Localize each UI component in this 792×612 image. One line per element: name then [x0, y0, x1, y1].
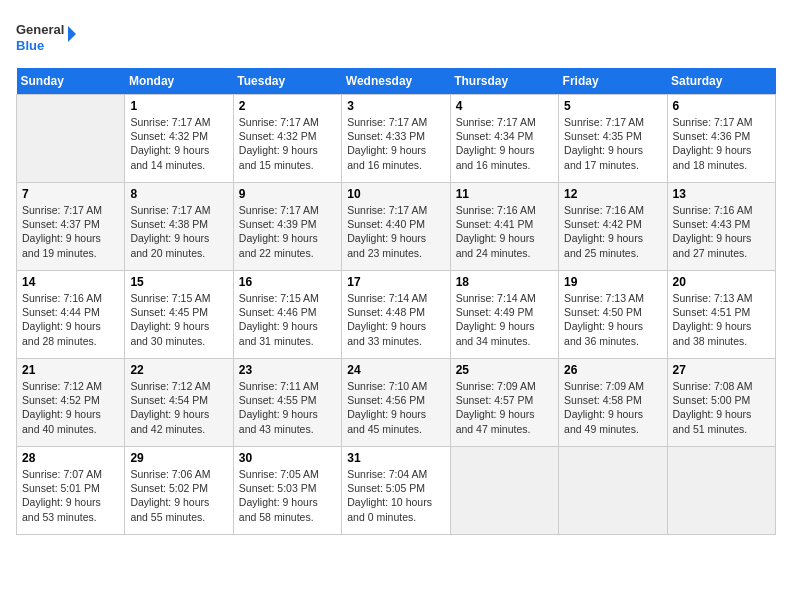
week-row-4: 21Sunrise: 7:12 AMSunset: 4:52 PMDayligh… — [17, 359, 776, 447]
day-info: Sunrise: 7:11 AMSunset: 4:55 PMDaylight:… — [239, 379, 336, 436]
calendar-cell: 26Sunrise: 7:09 AMSunset: 4:58 PMDayligh… — [559, 359, 667, 447]
day-number: 21 — [22, 363, 119, 377]
calendar-cell: 8Sunrise: 7:17 AMSunset: 4:38 PMDaylight… — [125, 183, 233, 271]
calendar-cell: 28Sunrise: 7:07 AMSunset: 5:01 PMDayligh… — [17, 447, 125, 535]
calendar-cell: 30Sunrise: 7:05 AMSunset: 5:03 PMDayligh… — [233, 447, 341, 535]
day-number: 25 — [456, 363, 553, 377]
day-info: Sunrise: 7:17 AMSunset: 4:37 PMDaylight:… — [22, 203, 119, 260]
day-header-monday: Monday — [125, 68, 233, 95]
day-number: 29 — [130, 451, 227, 465]
calendar-cell: 29Sunrise: 7:06 AMSunset: 5:02 PMDayligh… — [125, 447, 233, 535]
day-info: Sunrise: 7:09 AMSunset: 4:57 PMDaylight:… — [456, 379, 553, 436]
calendar-cell — [17, 95, 125, 183]
day-info: Sunrise: 7:14 AMSunset: 4:48 PMDaylight:… — [347, 291, 444, 348]
calendar-cell: 16Sunrise: 7:15 AMSunset: 4:46 PMDayligh… — [233, 271, 341, 359]
day-info: Sunrise: 7:09 AMSunset: 4:58 PMDaylight:… — [564, 379, 661, 436]
calendar-cell — [450, 447, 558, 535]
day-info: Sunrise: 7:16 AMSunset: 4:41 PMDaylight:… — [456, 203, 553, 260]
days-header-row: SundayMondayTuesdayWednesdayThursdayFrid… — [17, 68, 776, 95]
day-info: Sunrise: 7:17 AMSunset: 4:38 PMDaylight:… — [130, 203, 227, 260]
day-info: Sunrise: 7:17 AMSunset: 4:32 PMDaylight:… — [239, 115, 336, 172]
day-number: 19 — [564, 275, 661, 289]
calendar-cell: 12Sunrise: 7:16 AMSunset: 4:42 PMDayligh… — [559, 183, 667, 271]
day-number: 10 — [347, 187, 444, 201]
day-number: 2 — [239, 99, 336, 113]
calendar-cell: 13Sunrise: 7:16 AMSunset: 4:43 PMDayligh… — [667, 183, 775, 271]
day-info: Sunrise: 7:17 AMSunset: 4:39 PMDaylight:… — [239, 203, 336, 260]
day-header-sunday: Sunday — [17, 68, 125, 95]
day-number: 17 — [347, 275, 444, 289]
day-header-saturday: Saturday — [667, 68, 775, 95]
calendar-cell: 5Sunrise: 7:17 AMSunset: 4:35 PMDaylight… — [559, 95, 667, 183]
day-number: 13 — [673, 187, 770, 201]
calendar-cell: 4Sunrise: 7:17 AMSunset: 4:34 PMDaylight… — [450, 95, 558, 183]
day-info: Sunrise: 7:17 AMSunset: 4:32 PMDaylight:… — [130, 115, 227, 172]
day-number: 18 — [456, 275, 553, 289]
calendar-cell: 6Sunrise: 7:17 AMSunset: 4:36 PMDaylight… — [667, 95, 775, 183]
day-info: Sunrise: 7:06 AMSunset: 5:02 PMDaylight:… — [130, 467, 227, 524]
calendar-cell: 25Sunrise: 7:09 AMSunset: 4:57 PMDayligh… — [450, 359, 558, 447]
calendar-cell: 7Sunrise: 7:17 AMSunset: 4:37 PMDaylight… — [17, 183, 125, 271]
day-number: 3 — [347, 99, 444, 113]
day-info: Sunrise: 7:17 AMSunset: 4:34 PMDaylight:… — [456, 115, 553, 172]
calendar-cell: 1Sunrise: 7:17 AMSunset: 4:32 PMDaylight… — [125, 95, 233, 183]
day-header-thursday: Thursday — [450, 68, 558, 95]
calendar-cell: 3Sunrise: 7:17 AMSunset: 4:33 PMDaylight… — [342, 95, 450, 183]
day-number: 12 — [564, 187, 661, 201]
day-info: Sunrise: 7:13 AMSunset: 4:51 PMDaylight:… — [673, 291, 770, 348]
day-info: Sunrise: 7:16 AMSunset: 4:43 PMDaylight:… — [673, 203, 770, 260]
calendar-cell: 23Sunrise: 7:11 AMSunset: 4:55 PMDayligh… — [233, 359, 341, 447]
svg-text:General: General — [16, 22, 64, 37]
day-number: 15 — [130, 275, 227, 289]
day-number: 4 — [456, 99, 553, 113]
day-number: 14 — [22, 275, 119, 289]
calendar-cell: 31Sunrise: 7:04 AMSunset: 5:05 PMDayligh… — [342, 447, 450, 535]
day-info: Sunrise: 7:10 AMSunset: 4:56 PMDaylight:… — [347, 379, 444, 436]
day-number: 20 — [673, 275, 770, 289]
day-info: Sunrise: 7:13 AMSunset: 4:50 PMDaylight:… — [564, 291, 661, 348]
svg-text:Blue: Blue — [16, 38, 44, 53]
day-number: 5 — [564, 99, 661, 113]
day-info: Sunrise: 7:15 AMSunset: 4:45 PMDaylight:… — [130, 291, 227, 348]
calendar-cell: 20Sunrise: 7:13 AMSunset: 4:51 PMDayligh… — [667, 271, 775, 359]
day-info: Sunrise: 7:17 AMSunset: 4:33 PMDaylight:… — [347, 115, 444, 172]
day-number: 16 — [239, 275, 336, 289]
calendar-cell: 19Sunrise: 7:13 AMSunset: 4:50 PMDayligh… — [559, 271, 667, 359]
day-info: Sunrise: 7:12 AMSunset: 4:52 PMDaylight:… — [22, 379, 119, 436]
calendar-cell: 15Sunrise: 7:15 AMSunset: 4:45 PMDayligh… — [125, 271, 233, 359]
day-info: Sunrise: 7:15 AMSunset: 4:46 PMDaylight:… — [239, 291, 336, 348]
day-number: 30 — [239, 451, 336, 465]
calendar-cell: 18Sunrise: 7:14 AMSunset: 4:49 PMDayligh… — [450, 271, 558, 359]
day-number: 11 — [456, 187, 553, 201]
day-header-friday: Friday — [559, 68, 667, 95]
day-number: 7 — [22, 187, 119, 201]
day-info: Sunrise: 7:07 AMSunset: 5:01 PMDaylight:… — [22, 467, 119, 524]
calendar-cell: 10Sunrise: 7:17 AMSunset: 4:40 PMDayligh… — [342, 183, 450, 271]
calendar-cell: 24Sunrise: 7:10 AMSunset: 4:56 PMDayligh… — [342, 359, 450, 447]
day-info: Sunrise: 7:17 AMSunset: 4:40 PMDaylight:… — [347, 203, 444, 260]
calendar-cell — [667, 447, 775, 535]
calendar-cell: 22Sunrise: 7:12 AMSunset: 4:54 PMDayligh… — [125, 359, 233, 447]
calendar-cell: 21Sunrise: 7:12 AMSunset: 4:52 PMDayligh… — [17, 359, 125, 447]
day-number: 28 — [22, 451, 119, 465]
day-number: 24 — [347, 363, 444, 377]
day-number: 8 — [130, 187, 227, 201]
day-info: Sunrise: 7:08 AMSunset: 5:00 PMDaylight:… — [673, 379, 770, 436]
day-number: 27 — [673, 363, 770, 377]
calendar-cell — [559, 447, 667, 535]
calendar-cell: 17Sunrise: 7:14 AMSunset: 4:48 PMDayligh… — [342, 271, 450, 359]
calendar-header: SundayMondayTuesdayWednesdayThursdayFrid… — [17, 68, 776, 95]
day-number: 22 — [130, 363, 227, 377]
day-info: Sunrise: 7:16 AMSunset: 4:44 PMDaylight:… — [22, 291, 119, 348]
logo-svg: General Blue — [16, 16, 76, 60]
logo: General Blue — [16, 16, 76, 60]
day-info: Sunrise: 7:17 AMSunset: 4:35 PMDaylight:… — [564, 115, 661, 172]
day-number: 9 — [239, 187, 336, 201]
week-row-5: 28Sunrise: 7:07 AMSunset: 5:01 PMDayligh… — [17, 447, 776, 535]
calendar-cell: 14Sunrise: 7:16 AMSunset: 4:44 PMDayligh… — [17, 271, 125, 359]
day-info: Sunrise: 7:04 AMSunset: 5:05 PMDaylight:… — [347, 467, 444, 524]
svg-marker-2 — [68, 26, 76, 42]
day-number: 31 — [347, 451, 444, 465]
calendar-cell: 11Sunrise: 7:16 AMSunset: 4:41 PMDayligh… — [450, 183, 558, 271]
week-row-3: 14Sunrise: 7:16 AMSunset: 4:44 PMDayligh… — [17, 271, 776, 359]
